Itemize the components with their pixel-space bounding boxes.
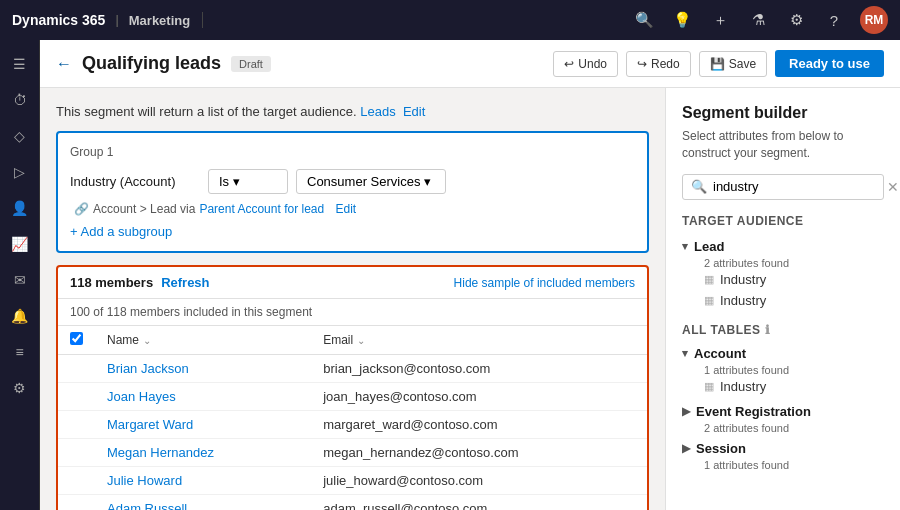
condition-operator[interactable]: Is ▾: [208, 169, 288, 194]
table-row: Joan Hayes joan_hayes@contoso.com: [58, 383, 647, 411]
search-icon[interactable]: 🔍: [632, 11, 656, 29]
refresh-button[interactable]: Refresh: [161, 275, 209, 290]
member-name-0[interactable]: Brian Jackson: [95, 355, 311, 383]
main-content: ← Qualifying leads Draft ↩ Undo ↪ Redo 💾…: [40, 40, 900, 510]
member-email-5: adam_russell@contoso.com: [311, 495, 647, 511]
account-section-header[interactable]: Account: [682, 343, 884, 364]
sidebar-bell-icon[interactable]: 🔔: [4, 300, 36, 332]
member-name-2[interactable]: Margaret Ward: [95, 411, 311, 439]
event-count: 2 attributes found: [682, 422, 884, 434]
member-name-3[interactable]: Megan Hernandez: [95, 439, 311, 467]
hide-sample-button[interactable]: Hide sample of included members: [454, 276, 635, 290]
member-email-0: brian_jackson@contoso.com: [311, 355, 647, 383]
save-icon: 💾: [710, 57, 725, 71]
name-sort-icon: ⌄: [143, 335, 151, 346]
redo-button[interactable]: ↪ Redo: [626, 51, 691, 77]
lead-industry-item-1[interactable]: ▦ Industry: [682, 269, 884, 290]
member-name-5[interactable]: Adam Russell: [95, 495, 311, 511]
user-avatar[interactable]: RM: [860, 6, 888, 34]
segment-info: This segment will return a list of the t…: [56, 104, 649, 119]
left-sidebar: ☰ ⏱ ◇ ▷ 👤 📈 ✉ 🔔 ≡ ⚙: [0, 40, 40, 510]
save-button[interactable]: 💾 Save: [699, 51, 767, 77]
event-chevron-icon: [682, 405, 690, 418]
leads-link[interactable]: Leads: [360, 104, 395, 119]
search-input[interactable]: [713, 179, 881, 194]
parent-account-link[interactable]: Parent Account for lead: [199, 202, 324, 216]
event-section-header[interactable]: Event Registration: [682, 401, 884, 422]
sidebar-menu-icon[interactable]: ☰: [4, 48, 36, 80]
chain-icon: 🔗: [74, 202, 89, 216]
redo-icon: ↪: [637, 57, 647, 71]
info-icon: ℹ: [765, 323, 771, 337]
table-row: Julie Howard julie_howard@contoso.com: [58, 467, 647, 495]
sidebar-people-icon[interactable]: 👤: [4, 192, 36, 224]
undo-icon: ↩: [564, 57, 574, 71]
select-all-checkbox[interactable]: [70, 332, 83, 345]
members-count: 118 members Refresh: [70, 275, 210, 290]
search-clear-icon[interactable]: ✕: [887, 179, 899, 195]
value-chevron: ▾: [424, 174, 431, 189]
back-button[interactable]: ←: [56, 55, 72, 73]
panel-title: Segment builder: [682, 104, 884, 122]
sidebar-star-icon[interactable]: ◇: [4, 120, 36, 152]
lead-industry-item-2[interactable]: ▦ Industry: [682, 290, 884, 311]
question-icon[interactable]: ?: [822, 12, 846, 29]
member-email-2: margaret_ward@contoso.com: [311, 411, 647, 439]
ready-button[interactable]: Ready to use: [775, 50, 884, 77]
event-section: Event Registration 2 attributes found: [682, 401, 884, 434]
edit-segment-link[interactable]: Edit: [403, 104, 425, 119]
sidebar-list-icon[interactable]: ≡: [4, 336, 36, 368]
sidebar-chart-icon[interactable]: 📈: [4, 228, 36, 260]
table-icon-3: ▦: [704, 380, 714, 393]
sidebar-home-icon[interactable]: ⏱: [4, 84, 36, 116]
panel-desc: Select attributes from below to construc…: [682, 128, 884, 162]
group-label: Group 1: [70, 145, 635, 159]
account-industry-item[interactable]: ▦ Industry: [682, 376, 884, 397]
member-email-3: megan_hernandez@contoso.com: [311, 439, 647, 467]
search-icon: 🔍: [691, 179, 707, 194]
account-chevron-icon: [682, 347, 688, 360]
members-section: 118 members Refresh Hide sample of inclu…: [56, 265, 649, 510]
member-name-4[interactable]: Julie Howard: [95, 467, 311, 495]
app-layout: ☰ ⏱ ◇ ▷ 👤 📈 ✉ 🔔 ≡ ⚙ ← Qualifying leads D…: [0, 40, 900, 510]
group-block: Group 1 Industry (Account) Is ▾ Consumer…: [56, 131, 649, 253]
col-name-header[interactable]: Name ⌄: [95, 326, 311, 355]
member-name-1[interactable]: Joan Hayes: [95, 383, 311, 411]
col-email-header[interactable]: Email ⌄: [311, 326, 647, 355]
sidebar-mail-icon[interactable]: ✉: [4, 264, 36, 296]
condition-value[interactable]: Consumer Services ▾: [296, 169, 446, 194]
filter-icon[interactable]: ⚗: [746, 11, 770, 29]
all-tables-label: All tables ℹ: [682, 323, 884, 337]
help-icon[interactable]: 💡: [670, 11, 694, 29]
row-check-5: [58, 495, 95, 511]
lead-count: 2 attributes found: [682, 257, 884, 269]
sidebar-gear-icon[interactable]: ⚙: [4, 372, 36, 404]
settings-icon[interactable]: ⚙: [784, 11, 808, 29]
sidebar-play-icon[interactable]: ▷: [4, 156, 36, 188]
condition-row: Industry (Account) Is ▾ Consumer Service…: [70, 169, 635, 194]
header-actions: ↩ Undo ↪ Redo 💾 Save Ready to use: [553, 50, 884, 77]
search-box: 🔍 ✕: [682, 174, 884, 200]
undo-button[interactable]: ↩ Undo: [553, 51, 618, 77]
lead-section-header[interactable]: Lead: [682, 236, 884, 257]
lead-section: Lead 2 attributes found ▦ Industry ▦ Ind…: [682, 236, 884, 311]
table-row: Adam Russell adam_russell@contoso.com: [58, 495, 647, 511]
right-panel: Segment builder Select attributes from b…: [665, 88, 900, 510]
lead-chevron-icon: [682, 240, 688, 253]
members-subtext: 100 of 118 members included in this segm…: [58, 299, 647, 326]
col-check: [58, 326, 95, 355]
account-section: Account 1 attributes found ▦ Industry: [682, 343, 884, 397]
session-section-header[interactable]: Session: [682, 438, 884, 459]
row-check-1: [58, 383, 95, 411]
target-audience-label: Target audience: [682, 214, 884, 228]
add-icon[interactable]: ＋: [708, 11, 732, 30]
status-badge: Draft: [231, 56, 271, 72]
add-subgroup-button[interactable]: + Add a subgroup: [70, 224, 635, 239]
session-chevron-icon: [682, 442, 690, 455]
edit-account-link[interactable]: Edit: [336, 202, 357, 216]
condition-field: Industry (Account): [70, 174, 200, 189]
content-area: This segment will return a list of the t…: [40, 88, 900, 510]
segment-editor: This segment will return a list of the t…: [40, 88, 665, 510]
row-check-0: [58, 355, 95, 383]
account-link: 🔗 Account > Lead via Parent Account for …: [74, 202, 635, 216]
